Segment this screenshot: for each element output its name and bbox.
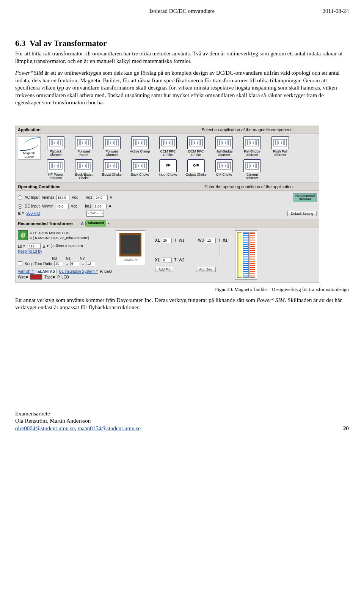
app-tile-label: Buck-Boost Choke — [75, 173, 93, 180]
w3-t: T — [218, 238, 220, 243]
vinmax-input[interactable] — [56, 195, 69, 200]
app-tile-forward-reset[interactable]: Forward Reset — [71, 136, 97, 157]
equals-2: = — [82, 261, 84, 266]
app-tile-label: Push Pull Xformer — [273, 150, 287, 157]
app-tile-hf-power-inductor[interactable]: HF Power Inductor — [43, 159, 69, 180]
tape-value: P. LEO — [57, 275, 69, 280]
winding-layer-1 — [237, 232, 243, 278]
fs-link[interactable]: 200 kHz — [26, 211, 40, 216]
ktr-n2-input[interactable] — [86, 261, 95, 266]
advanced-badge[interactable]: Advanced — [85, 220, 106, 227]
dc-input-label: DC Input — [25, 204, 39, 209]
footer-sep: , — [75, 425, 78, 431]
l0-input[interactable] — [28, 244, 41, 249]
ktr-n1-input[interactable] — [70, 261, 79, 266]
page-number: 20 — [343, 425, 349, 433]
app-tile-ccm-pfc-choke[interactable]: CCM PFC Choke — [155, 136, 181, 157]
rt-photo-column: 0.02967H — [116, 230, 151, 265]
vinmin-label: Vinmin — [42, 204, 53, 209]
app-tile-label: DCM PFC Choke — [188, 150, 204, 157]
x1-input[interactable] — [162, 238, 172, 243]
app-tile-current-xformer[interactable]: Current Xformer — [239, 159, 265, 180]
app-tile-label: Full-Bridge Xformer — [244, 150, 260, 157]
transformer-glyph-icon — [18, 230, 28, 240]
varnish-link[interactable]: Varnish = — [18, 269, 34, 274]
transformer-topology-icon — [103, 136, 121, 149]
keep-turn-ratio-checkbox[interactable] — [18, 261, 22, 266]
x2-input[interactable] — [162, 258, 172, 263]
app-tile-dcm-pfc-choke[interactable]: DCM PFC Choke — [183, 136, 209, 157]
app-tile-buck-boost-choke[interactable]: Buck-Boost Choke — [71, 159, 97, 180]
transformer-topology-icon — [47, 136, 64, 149]
default-setting-button[interactable]: Default Setting — [287, 211, 317, 216]
add-pri-button[interactable]: Add Pri — [155, 267, 173, 272]
rt-windings-column: X1 T W1 W3 T X1 — [155, 230, 317, 280]
footer-email-1[interactable]: olre0004@student.umu.se — [15, 425, 75, 431]
wire-swatch-icon — [30, 274, 42, 280]
core-line-2: = ( K MAGNETICS, Ae_min=0.397cm²) — [30, 236, 89, 240]
transformer-topology-icon — [103, 159, 121, 172]
ul-insulation-value: P. LEO — [100, 269, 112, 274]
transformer-topology-icon — [187, 136, 205, 149]
operating-conditions-panel: Operating Conditions Enter the operating… — [16, 183, 319, 219]
footer-email-2[interactable]: maan0154@student.umu.se — [78, 425, 141, 431]
vo1-input[interactable] — [95, 195, 108, 200]
x2-label: X1 — [155, 258, 160, 263]
app-tile-half-bridge-xformer[interactable]: Half-Bridge Xformer — [211, 136, 237, 157]
math-inline-1: Powerᵉ SIM — [15, 70, 43, 76]
app-tile-input-choke[interactable]: I/PInput Choke — [155, 159, 181, 180]
w3-input[interactable] — [206, 238, 216, 243]
ac-input-radio[interactable] — [18, 195, 22, 200]
im1-input[interactable] — [94, 204, 107, 209]
app-tile-label: Flyback Xformer — [50, 150, 62, 157]
l0-label: L0 = — [18, 244, 25, 249]
app-tile-cm-choke[interactable]: CM Choke — [211, 159, 237, 180]
iop-select[interactable]: - O/P - ▾ — [86, 211, 104, 217]
logo-text-2: Builder — [25, 156, 34, 159]
app-tile-flyback-xformer[interactable]: Flyback Xformer — [43, 136, 69, 157]
keeping-l0-link[interactable]: Keeping L0 by — [18, 249, 42, 253]
operating-conditions-title: Operating Conditions — [18, 184, 60, 189]
app-tile-buck-choke[interactable]: Buck Choke — [127, 159, 153, 180]
x1-label: X1 — [155, 238, 160, 243]
recommend-xformer-button[interactable]: Recommend Xformer — [293, 193, 317, 202]
app-tile-label: Output Choke — [185, 173, 207, 176]
application-panel-header: Application Select an application of the… — [16, 126, 319, 134]
ul-insulation-link[interactable]: UL Insulation System = — [59, 269, 98, 274]
dc-input-radio[interactable] — [18, 204, 22, 209]
vinmin-input[interactable] — [56, 204, 69, 209]
app-tile-boost-choke[interactable]: Boost Choke — [99, 159, 125, 180]
varnish-brand: ELANTAS — [36, 269, 56, 274]
fs-label: fs = — [18, 211, 24, 216]
l0-note: H (L0@Bm = 119.9 uH) — [47, 244, 83, 249]
transformer-topology-icon — [215, 136, 233, 149]
tape-label: Tape= — [44, 275, 55, 280]
w2-label: W2 — [179, 258, 184, 263]
transformer-topology-icon — [131, 136, 149, 149]
im1-label: Im1 — [85, 204, 91, 209]
recommended-transformer-title: Recommended Transformer — [18, 221, 73, 226]
transformer-topology-icon — [75, 136, 93, 149]
chevron-down-icon: ▾ — [108, 222, 109, 225]
footer: Examensarbete Ola Renström, Martin Ander… — [15, 410, 349, 433]
photo-caption: 0.02967H — [124, 258, 137, 262]
winding-layer-2 — [243, 232, 249, 278]
transformer-photo: 0.02967H — [116, 230, 145, 265]
w1-label: W1 — [179, 238, 184, 243]
alliance-a-icon: A — [81, 221, 84, 226]
add-sec-button[interactable]: Add Sec — [196, 267, 216, 272]
app-tile-full-bridge-xformer[interactable]: Full-Bridge Xformer — [239, 136, 265, 157]
app-tile-output-choke[interactable]: O/POutput Choke — [183, 159, 209, 180]
magnetic-builder-screenshot: Application Select an application of the… — [15, 126, 319, 283]
ktr-n0-input[interactable] — [54, 261, 63, 266]
paragraph-3: Ett annat verktyg som använts kommer frå… — [15, 297, 349, 311]
transformer-topology-icon — [159, 136, 177, 149]
app-tile-label: Half-Bridge Xformer — [215, 150, 232, 157]
x2-t: T — [174, 258, 176, 263]
vo1-unit: V — [110, 195, 113, 200]
vinmin-unit: Vdc — [71, 204, 77, 209]
app-tile-active-clamp[interactable]: Active Clamp — [127, 136, 153, 157]
app-tile-push-pull-xformer[interactable]: Push Pull Xformer — [267, 136, 293, 157]
app-tile-label: Input Choke — [159, 173, 177, 176]
app-tile-forward-xformer[interactable]: Forward Xformer — [99, 136, 125, 157]
